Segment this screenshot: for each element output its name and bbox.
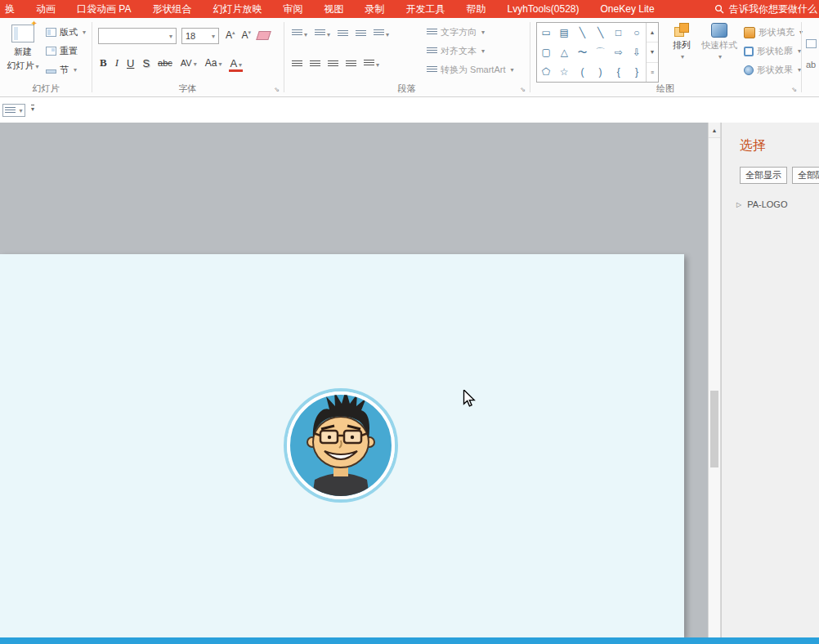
shape-line[interactable]: ╲ — [580, 28, 585, 38]
tab-transitions[interactable]: 换 — [0, 0, 25, 18]
shape-brace-left[interactable]: { — [617, 67, 620, 77]
font-color-button[interactable]: A▾ — [230, 57, 242, 69]
decrease-indent-button[interactable] — [338, 30, 348, 38]
shape-pentagon[interactable]: ⬠ — [542, 67, 550, 77]
new-slide-icon — [11, 25, 34, 42]
bullet-list-button[interactable]: ▾ — [292, 29, 307, 38]
shape-effects-button[interactable]: 形状效果 ▾ — [744, 64, 801, 76]
expand-triangle-icon[interactable]: ▷ — [736, 201, 741, 208]
align-center-button[interactable] — [310, 60, 320, 68]
numbered-list-button[interactable]: ▾ — [315, 29, 330, 38]
quick-styles-button[interactable]: 快速样式 ▾ — [700, 23, 739, 60]
change-case-button[interactable]: Aa▾ — [205, 57, 222, 69]
scrollbar-thumb[interactable] — [710, 391, 718, 467]
underline-button[interactable]: U — [127, 57, 134, 69]
text-shadow-button[interactable]: S — [142, 57, 150, 69]
columns-button[interactable]: ▾ — [364, 59, 379, 69]
smartart-label: 转换为 SmartArt — [441, 64, 505, 76]
shape-fill-button[interactable]: 形状填充 ▾ — [744, 26, 803, 38]
text-direction-button[interactable]: 文字方向 ▾ — [427, 26, 485, 38]
new-slide-button[interactable]: 新建 幻灯片▾ — [3, 21, 43, 88]
font-name-combobox[interactable]: ▾ — [98, 28, 177, 44]
bold-button[interactable]: B — [100, 56, 107, 69]
tab-record[interactable]: 录制 — [354, 0, 395, 18]
tab-slideshow[interactable]: 幻灯片放映 — [202, 0, 272, 18]
scrollbar-up-button[interactable]: ▲ — [709, 123, 720, 138]
shape-oval[interactable]: ○ — [633, 28, 639, 38]
reset-label: 重置 — [60, 45, 78, 57]
tab-developer[interactable]: 开发工具 — [395, 0, 455, 18]
shape-textbox[interactable]: ▭ — [541, 28, 550, 38]
shape-line-arrow[interactable]: ╲ — [597, 28, 603, 38]
shape-curve[interactable]: 〜 — [577, 47, 587, 57]
character-spacing-button[interactable]: AV▾ — [181, 58, 197, 68]
justify-button[interactable] — [346, 60, 356, 68]
editing-group-partial: ab — [806, 39, 819, 69]
align-right-button[interactable] — [328, 60, 338, 68]
select-tool-icon[interactable] — [806, 39, 817, 48]
vertical-scrollbar[interactable]: ▲ — [708, 123, 721, 637]
tab-animations[interactable]: 动画 — [25, 0, 66, 18]
tab-shape-combine[interactable]: 形状组合 — [141, 0, 202, 18]
grow-font-button[interactable]: A▴ — [226, 29, 235, 41]
replace-icon[interactable]: ab — [806, 60, 816, 69]
shape-arrow-right[interactable]: ⇨ — [615, 47, 623, 57]
section-button[interactable]: 节 ▾ — [46, 64, 77, 76]
shape-rectangle[interactable]: □ — [615, 28, 621, 38]
convert-smartart-button[interactable]: 转换为 SmartArt ▾ — [427, 64, 513, 76]
tab-onekey-lite[interactable]: OneKey Lite — [590, 0, 665, 18]
slide-canvas[interactable] — [0, 254, 684, 637]
arrange-button[interactable]: 排列 ▾ — [667, 23, 696, 60]
shape-rounded-rectangle[interactable]: ▢ — [541, 47, 550, 57]
arrange-icon — [674, 23, 689, 38]
search-icon — [714, 4, 724, 14]
gallery-scroll-down[interactable]: ▼ — [647, 42, 658, 62]
font-size-combobox[interactable]: 18 ▾ — [181, 28, 219, 44]
italic-button[interactable]: I — [115, 56, 119, 69]
tab-pocket-animation[interactable]: 口袋动画 PA — [66, 0, 141, 18]
tab-review[interactable]: 审阅 — [272, 0, 313, 18]
font-size-tools: A▴ A▾ — [226, 29, 270, 41]
strikethrough-button[interactable]: abc — [158, 58, 172, 68]
shape-frame[interactable]: ▤ — [560, 28, 569, 38]
clear-formatting-icon[interactable] — [256, 31, 271, 40]
tab-help[interactable]: 帮助 — [455, 0, 496, 18]
increase-indent-button[interactable] — [356, 30, 366, 38]
gallery-more-button[interactable]: ≡ — [647, 63, 658, 82]
shape-outline-button[interactable]: 形状轮廓 ▾ — [744, 45, 801, 57]
customize-toolbar-button[interactable]: ▾ — [31, 105, 34, 113]
textbox-tool-icon — [5, 107, 16, 114]
shape-paren-right[interactable]: ) — [599, 67, 602, 77]
tell-me-search[interactable]: 告诉我你想要做什么 — [714, 2, 819, 16]
ribbon: 新建 幻灯片▾ 版式 ▾ 重置 节 ▾ 幻灯片 ▾ 18 ▾ A▴ — [0, 18, 819, 97]
shape-triangle[interactable]: △ — [561, 47, 568, 57]
font-dialog-launcher[interactable]: ⇘ — [274, 87, 280, 93]
slides-group-label: 幻灯片 — [0, 83, 92, 95]
align-left-button[interactable] — [292, 60, 302, 68]
gallery-scroll-up[interactable]: ▲ — [647, 23, 658, 42]
paragraph-dialog-launcher[interactable]: ⇘ — [520, 87, 526, 93]
shape-arrow-down[interactable]: ⇩ — [633, 47, 641, 57]
reset-button[interactable]: 重置 — [46, 45, 78, 57]
shape-brace-right[interactable]: } — [635, 67, 638, 77]
drawing-dialog-launcher[interactable]: ⇘ — [791, 87, 797, 93]
pa-logo-image[interactable] — [284, 388, 398, 503]
hide-all-button[interactable]: 全部隐藏 — [792, 167, 819, 184]
tab-view[interactable]: 视图 — [313, 0, 354, 18]
layout-button[interactable]: 版式 ▾ — [46, 26, 86, 38]
show-all-button[interactable]: 全部显示 — [740, 167, 787, 184]
shrink-font-button[interactable]: A▾ — [242, 29, 252, 41]
shape-outline-label: 形状轮廓 — [757, 45, 793, 57]
shape-paren-left[interactable]: ( — [580, 67, 584, 77]
shape-arc[interactable]: ⌒ — [596, 47, 606, 57]
shapes-gallery[interactable]: ▭ ▤ ╲ ╲ □ ○ ▢ △ 〜 ⌒ ⇨ ⇩ ⬠ ☆ ( ) { } ▲ — [536, 22, 659, 83]
quick-styles-label: 快速样式 — [701, 39, 737, 51]
font-size-value: 18 — [186, 31, 195, 41]
selection-item-pa-logo[interactable]: ▷ PA-LOGO — [736, 199, 787, 209]
align-text-button[interactable]: 对齐文本 ▾ — [427, 45, 485, 57]
textbox-tool-button[interactable]: ▾ — [2, 104, 25, 117]
shape-star[interactable]: ☆ — [560, 67, 569, 77]
line-spacing-button[interactable]: ▾ — [374, 29, 389, 38]
chevron-down-icon: ▾ — [212, 33, 215, 40]
tab-lvyhtools[interactable]: LvyhTools(0528) — [496, 0, 589, 18]
